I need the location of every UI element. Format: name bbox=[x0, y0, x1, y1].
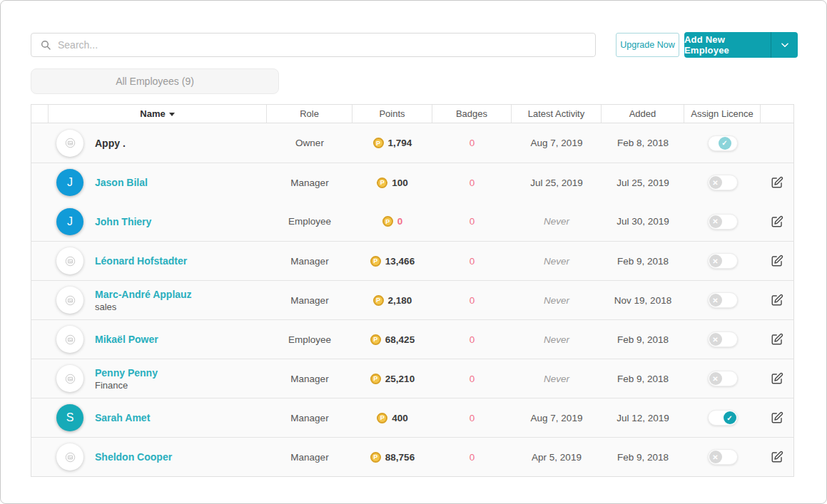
role-cell: Owner bbox=[267, 138, 352, 148]
edit-cell bbox=[761, 252, 793, 270]
badges-cell: 0 bbox=[432, 452, 512, 463]
latest-activity-cell: Aug 7, 2019 bbox=[512, 413, 602, 423]
edit-icon bbox=[771, 411, 783, 424]
table-header-row: NameRolePointsBadgesLatest ActivityAdded… bbox=[31, 105, 793, 123]
points-coin-icon: P bbox=[370, 256, 381, 267]
latest-activity-cell: Apr 5, 2019 bbox=[512, 452, 602, 463]
upgrade-now-button[interactable]: Upgrade Now bbox=[616, 33, 679, 57]
employee-name-link[interactable]: Sarah Amet bbox=[95, 412, 150, 423]
licence-toggle[interactable]: ✕ bbox=[708, 292, 738, 308]
points-coin-icon: P bbox=[382, 216, 393, 227]
x-icon: ✕ bbox=[709, 254, 722, 267]
edit-icon bbox=[771, 215, 783, 228]
avatar bbox=[56, 247, 83, 274]
points-value: 400 bbox=[392, 413, 408, 423]
employee-name-cell: JJohn Thiery bbox=[49, 208, 267, 235]
role-cell: Employee bbox=[267, 216, 352, 227]
x-icon: ✕ bbox=[709, 333, 722, 346]
edit-employee-button[interactable] bbox=[768, 252, 786, 270]
assign-licence-cell: ✕ bbox=[684, 292, 761, 308]
added-date-cell: Feb 9, 2018 bbox=[602, 452, 684, 463]
edit-employee-button[interactable] bbox=[768, 212, 786, 231]
points-value: 1,794 bbox=[388, 138, 412, 148]
added-date-cell: Jul 12, 2019 bbox=[602, 413, 684, 423]
badges-cell: 0 bbox=[432, 374, 512, 384]
licence-toggle[interactable]: ✕ bbox=[708, 371, 738, 386]
photo-placeholder-icon bbox=[65, 452, 76, 463]
badges-cell: 0 bbox=[432, 178, 512, 188]
badges-cell: 0 bbox=[432, 413, 512, 423]
role-cell: Manager bbox=[267, 295, 352, 306]
employee-name-link[interactable]: Mikaël Power bbox=[95, 334, 158, 345]
licence-toggle[interactable]: ✕ bbox=[708, 175, 738, 190]
edit-icon bbox=[771, 372, 783, 385]
search-input[interactable] bbox=[58, 39, 587, 51]
x-icon: ✕ bbox=[709, 372, 722, 385]
points-value: 13,466 bbox=[385, 256, 415, 267]
employee-name-link: Appy . bbox=[95, 138, 126, 149]
tab-all-employees[interactable]: All Employees (9) bbox=[31, 68, 279, 94]
licence-toggle[interactable]: ✓ bbox=[708, 410, 738, 426]
assign-licence-cell: ✓ bbox=[684, 410, 761, 426]
assign-licence-cell: ✕ bbox=[684, 449, 761, 465]
table-row: JJason BilalManagerP1000Jul 25, 2019Jul … bbox=[31, 163, 793, 202]
edit-employee-button[interactable] bbox=[768, 408, 786, 427]
licence-toggle[interactable]: ✕ bbox=[708, 214, 738, 230]
points-coin-icon: P bbox=[370, 334, 381, 345]
employee-name-link[interactable]: Sheldon Cooper bbox=[95, 451, 172, 463]
add-employee-dropdown-toggle[interactable] bbox=[771, 32, 798, 58]
licence-toggle[interactable]: ✕ bbox=[708, 449, 738, 465]
edit-employee-button[interactable] bbox=[768, 291, 786, 309]
licence-toggle[interactable]: ✕ bbox=[708, 331, 738, 347]
edit-cell bbox=[761, 369, 793, 388]
badges-cell: 0 bbox=[432, 334, 512, 345]
search-box[interactable] bbox=[31, 33, 596, 57]
column-header-added: Added bbox=[602, 105, 684, 123]
employee-name-link[interactable]: Léonard Hofstadter bbox=[95, 255, 187, 267]
employee-name-link[interactable]: John Thiery bbox=[95, 216, 151, 227]
photo-placeholder-icon bbox=[65, 374, 76, 384]
latest-activity-cell: Never bbox=[512, 295, 602, 306]
check-icon: ✓ bbox=[719, 137, 731, 150]
licence-toggle[interactable]: ✕ bbox=[708, 253, 738, 269]
sort-desc-icon bbox=[169, 113, 175, 116]
edit-cell bbox=[761, 212, 793, 231]
employee-name-link[interactable]: Marc-André Applauz bbox=[95, 289, 192, 300]
points-coin-icon: P bbox=[370, 374, 381, 384]
employee-name-link[interactable]: Penny Penny bbox=[95, 367, 158, 379]
photo-placeholder-icon bbox=[65, 334, 76, 345]
employee-name-cell: Sheldon Cooper bbox=[49, 443, 267, 470]
latest-activity-cell: Jul 25, 2019 bbox=[512, 178, 602, 188]
points-coin-icon: P bbox=[377, 178, 387, 188]
edit-cell bbox=[761, 408, 793, 427]
edit-employee-button[interactable] bbox=[768, 448, 786, 466]
column-header-name[interactable]: Name bbox=[49, 105, 267, 123]
edit-icon bbox=[771, 333, 783, 346]
photo-placeholder-icon bbox=[65, 138, 76, 148]
edit-employee-button[interactable] bbox=[768, 369, 786, 388]
employee-department-label: Finance bbox=[95, 380, 158, 391]
assign-licence-cell: ✕ bbox=[684, 331, 761, 347]
points-cell: P25,210 bbox=[352, 374, 432, 384]
chevron-down-icon bbox=[780, 40, 790, 50]
avatar bbox=[56, 326, 83, 353]
edit-icon bbox=[771, 176, 783, 189]
employee-name-cell: Appy . bbox=[49, 130, 267, 157]
employee-name-link[interactable]: Jason Bilal bbox=[95, 177, 148, 188]
added-date-cell: Feb 9, 2018 bbox=[602, 256, 684, 267]
employee-name-cell: JJason Bilal bbox=[49, 169, 267, 196]
x-icon: ✕ bbox=[709, 215, 722, 228]
employee-name-cell: Marc-André Applauzsales bbox=[49, 287, 267, 314]
add-new-employee-button[interactable]: Add New Employee bbox=[684, 32, 798, 58]
edit-cell bbox=[761, 330, 793, 349]
badges-cell: 0 bbox=[432, 216, 512, 227]
role-cell: Manager bbox=[267, 452, 352, 463]
edit-employee-button[interactable] bbox=[768, 173, 786, 192]
latest-activity-cell: Never bbox=[512, 256, 602, 267]
edit-employee-button[interactable] bbox=[768, 330, 786, 349]
table-row: Léonard HofstadterManagerP13,4660NeverFe… bbox=[31, 241, 793, 280]
licence-toggle[interactable]: ✓ bbox=[708, 135, 738, 151]
table-row: SSarah AmetManagerP4000Aug 7, 2019Jul 12… bbox=[31, 398, 793, 437]
column-header-empty bbox=[761, 105, 793, 123]
avatar: J bbox=[56, 208, 83, 235]
